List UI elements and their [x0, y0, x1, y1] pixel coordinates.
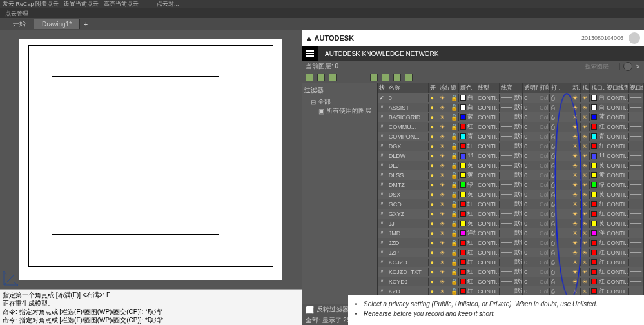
layer-grid[interactable]: 状 名称 开 冻结 锁 颜色 线型 线宽 透明度 打印... 打... 新...… [378, 83, 644, 304]
table-row[interactable]: ✔0●☀🔓 白CONTI...—— 默认0Color_7⎙☀☀ 白CONTI..… [378, 93, 644, 103]
tab-file[interactable]: Drawing1* [34, 19, 80, 29]
table-row[interactable]: 〃JZD●☀🔓 红CONTI...—— 默认0Color_1⎙☀☀ 红CONTI… [378, 238, 644, 248]
table-row[interactable]: 〃JMD●☀🔓 洋红CONTI...—— 默认0Color_6⎙☀☀ 洋红CON… [378, 228, 644, 238]
new-layer-icon[interactable] [306, 74, 313, 81]
delete-layer-icon[interactable] [317, 74, 325, 81]
menu-item[interactable]: 常云 ReCap 附着点云 [3, 0, 59, 8]
col-newvp[interactable]: 新... [571, 83, 581, 93]
menu-item[interactable]: 设置当前点云 [64, 0, 99, 8]
command-line[interactable]: 指定第一个角点或 [布满(F)] <布满>: F 正在重生成模型。 命令: 指定… [0, 289, 302, 325]
grid-header: 状 名称 开 冻结 锁 颜色 线型 线宽 透明度 打印... 打... 新...… [378, 83, 644, 93]
col-lineweight[interactable]: 线宽 [500, 83, 523, 93]
tab-new[interactable]: + [80, 19, 92, 29]
tree-all[interactable]: ⊟ 全部 [304, 97, 375, 106]
table-row[interactable]: 〃KCJZD_TXT●☀🔓 红CONTI...—— 默认0Color⎙☀☀ 红C… [378, 267, 644, 277]
table-row[interactable]: 〃GXYZ●☀🔓 红CONTI...—— 默认0Color_1⎙☀☀ 红CONT… [378, 209, 644, 219]
col-linetype[interactable]: 线型 [476, 83, 500, 93]
help-bullet: Select a privacy setting (Public, Unlist… [364, 299, 638, 309]
col-color[interactable]: 颜色 [459, 83, 476, 93]
col-vplinetype[interactable]: 视口线型 [605, 83, 629, 93]
col-lock[interactable]: 锁 [449, 83, 459, 93]
menu-item[interactable]: 高亮当前点云 [104, 0, 139, 8]
top-menu: 常云 ReCap 附着点云 设置当前点云 高亮当前点云 点云对... [0, 0, 644, 8]
cmd-text: 指定第一个角点或 [布满(F)] <布满>: F [3, 291, 299, 299]
table-row[interactable]: 〃COMMU...●☀🔓 红CONTI...—— 默认0Color_1⎙☀☀ 红… [378, 122, 644, 132]
table-row[interactable]: 〃JJ●☀🔓 黄CONTI...—— 默认0Color_2⎙☀☀ 黄CONTI.… [378, 219, 644, 228]
layer-panel: 当前图层: 0 搜索图层 × 过滤器 ⊟ 全 [302, 61, 644, 325]
col-vplineweight[interactable]: 视口线... [629, 83, 644, 93]
table-row[interactable]: 〃DLJ●☀🔓 黄CONTI...—— 默认0Color_2⎙☀☀ 黄CONTI… [378, 161, 644, 170]
menu-icon[interactable] [302, 46, 318, 61]
table-row[interactable]: 〃DLSS●☀🔓 黄CONTI...—— 默认0Color_2⎙☀☀ 黄CONT… [378, 170, 644, 180]
new-filter-icon[interactable] [382, 74, 389, 81]
cmd-text: 命令: 指定对角点或 [栏选(F)/圈围(WP)/圈交(CP)]: *取消* [3, 308, 299, 316]
panel-title: 当前图层: 0 [306, 62, 338, 71]
gear-icon[interactable] [623, 62, 632, 71]
table-row[interactable]: 〃DLDW●☀🔓 11CONTI...—— 默认0Color_1...⎙☀☀ 1… [378, 151, 644, 161]
help-bullet: Rehearse before you record and keep it s… [364, 309, 638, 319]
akn-title: AUTODESK KNOWLEDGE NETWORK [325, 50, 439, 57]
panel-toolbar [302, 72, 644, 83]
col-status[interactable]: 状 [378, 83, 387, 93]
table-row[interactable]: 〃KZD●☀🔓 红CONTI...—— 默认0Color_1⎙☀☀ 红CONTI… [378, 286, 644, 296]
tree-used[interactable]: ▣ 所有使用的图层 [304, 106, 375, 115]
col-vpfreeze[interactable]: 视... [581, 83, 590, 93]
table-row[interactable]: 〃KCJZD●☀🔓 红CONTI...—— 默认0Color_1⎙☀☀ 红CON… [378, 257, 644, 267]
tab-start[interactable]: 开始 [5, 18, 34, 30]
close-icon[interactable]: × [636, 63, 640, 70]
ribbon: 点云管理 [0, 8, 644, 18]
col-plotstyle[interactable]: 打印... [538, 83, 550, 93]
layer-states-icon[interactable] [370, 74, 378, 81]
set-current-icon[interactable] [329, 74, 337, 81]
table-row[interactable]: 〃JZP●☀🔓 红CONTI...—— 默认0Color_1⎙☀☀ 红CONTI… [378, 248, 644, 257]
rect-inner [52, 76, 219, 235]
table-row[interactable]: 〃DMTZ●☀🔓 绿CONTI...—— 默认0Color_3⎙☀☀ 绿CONT… [378, 180, 644, 190]
filter-tree: 过滤器 ⊟ 全部 ▣ 所有使用的图层 [302, 83, 378, 304]
avatar[interactable] [629, 32, 640, 44]
table-row[interactable]: 〃BASICGRID●☀🔓 蓝CONTI...—— 默认0Color_5⎙☀☀ … [378, 112, 644, 122]
filter-title: 过滤器 [304, 86, 375, 95]
help-content: Select a privacy setting (Public, Unlist… [348, 295, 644, 325]
props-filter-icon[interactable] [393, 74, 401, 81]
invert-checkbox[interactable] [306, 306, 314, 314]
col-vpcolor[interactable]: 视口... [590, 83, 605, 93]
table-row[interactable]: 〃DSX●☀🔓 黄CONTI...—— 默认0Color_2⎙☀☀ 黄CONTI… [378, 190, 644, 199]
table-row[interactable]: 〃COMPON...●☀🔓 青CONTI...—— 默认0Color_4⎙☀☀ … [378, 132, 644, 141]
table-row[interactable]: 〃KCYDJ●☀🔓 红CONTI...—— 默认0Color_1⎙☀☀ 红CON… [378, 277, 644, 286]
menu-group[interactable]: 点云对... [157, 0, 179, 8]
file-tabs: 开始 Drawing1* + [0, 18, 644, 30]
table-row[interactable]: 〃GCD●☀🔓 红CONTI...—— 默认0Color_1⎙☀☀ 红CONTI… [378, 199, 644, 209]
table-row[interactable]: 〃DGX●☀🔓 红CONTI...—— 默认0Color_1⎙☀☀ 红CONTI… [378, 141, 644, 151]
ribbon-group: 点云管理 [0, 9, 34, 18]
col-freeze[interactable]: 冻结 [438, 83, 449, 93]
col-name[interactable]: 名称 [387, 83, 429, 93]
autodesk-logo: ▲ AUTODESK [306, 34, 354, 42]
drawing-canvas[interactable] [19, 39, 282, 280]
akn-header: ▲ AUTODESK 2013080104006 [302, 30, 644, 46]
cmd-text: 正在重生成模型。 [3, 299, 299, 308]
search-input[interactable]: 搜索图层 [581, 63, 620, 70]
col-transparency[interactable]: 透明度 [523, 83, 538, 93]
ucs-icon [3, 267, 22, 286]
cmd-text: 命令: 指定对角点或 [栏选(F)/圈围(WP)/圈交(CP)]: *取消* [3, 316, 299, 324]
refresh-icon[interactable] [405, 74, 413, 81]
col-on[interactable]: 开 [429, 83, 438, 93]
col-plot[interactable]: 打... [550, 83, 571, 93]
table-row[interactable]: 〃ASSIST●☀🔓 白CONTI...—— 默认0Color_7⎙☀☀ 白CO… [378, 103, 644, 112]
user-name[interactable]: 2013080104006 [581, 35, 623, 41]
akn-subheader: AUTODESK KNOWLEDGE NETWORK [302, 46, 644, 61]
